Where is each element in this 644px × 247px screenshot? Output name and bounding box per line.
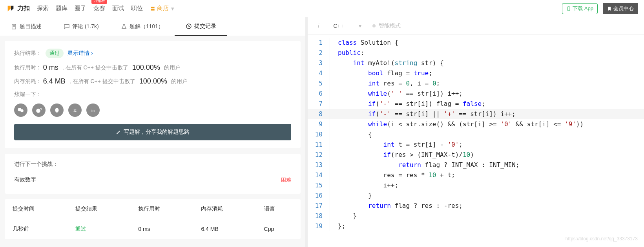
line-content: while(i < str.size() && (str[i] >= '0' &… — [330, 119, 644, 129]
line-number: 18 — [308, 211, 330, 221]
mem-mid: , 在所有 C++ 提交中击败了 — [69, 78, 135, 85]
col-time: 提交时间 — [5, 199, 68, 219]
challenge-name: 有效数字 — [14, 176, 36, 183]
chevron-down-icon: ▾ — [359, 23, 361, 29]
line-number: 10 — [308, 129, 330, 140]
pass-pill: 通过 — [46, 49, 64, 58]
nav-problems[interactable]: 题库 — [56, 5, 68, 12]
content-scroll[interactable]: 执行结果： 通过 显示详情 › 执行用时 : 0 ms , 在所有 C++ 提交… — [0, 36, 305, 247]
code-line[interactable]: 7 if('-' == str[i]) flag = false; — [308, 99, 644, 109]
col-mem: 内存消耗 — [193, 199, 256, 219]
nav-contest-label: 竞赛 — [93, 5, 105, 11]
code-editor[interactable]: 1class Solution {2public:3 int myAtoi(st… — [308, 35, 644, 247]
show-detail-link[interactable]: 显示详情 › — [68, 50, 93, 57]
line-number: 5 — [308, 78, 330, 89]
wechat-share-button[interactable] — [14, 104, 27, 117]
linkedin-icon: in — [89, 107, 97, 114]
download-label: 下载 App — [573, 5, 593, 12]
linkedin-share-button[interactable]: in — [86, 104, 100, 117]
smart-mode-toggle[interactable]: 智能模式 — [372, 22, 401, 29]
code-line[interactable]: 16 } — [308, 191, 644, 201]
line-content: if(res > (INT_MAX-t)/10) — [330, 150, 644, 160]
pen-icon — [116, 129, 121, 135]
code-line[interactable]: 8 if('-' == str[i] || '+' == str[i]) i++… — [308, 109, 644, 119]
line-number: 11 — [308, 140, 330, 150]
code-line[interactable]: 13 return flag ? INT_MAX : INT_MIN; — [308, 160, 644, 170]
member-button[interactable]: 会员中心 — [603, 3, 638, 14]
line-number: 12 — [308, 150, 330, 160]
code-line[interactable]: 3 int myAtoi(string str) { — [308, 58, 644, 68]
code-line[interactable]: 14 res = res * 10 + t; — [308, 170, 644, 180]
line-number: 8 — [308, 109, 330, 119]
watermark: https://blog.csdn.net/qq_33373173 — [566, 234, 638, 244]
share-row: 豆 in — [14, 104, 291, 117]
code-line[interactable]: 5 int res = 0, i = 0; — [308, 78, 644, 89]
doc-icon — [11, 24, 17, 30]
code-line[interactable]: 1class Solution { — [308, 38, 644, 48]
qq-icon — [53, 107, 60, 114]
mem-pct: 100.00% — [139, 77, 167, 85]
line-number: 19 — [308, 221, 330, 231]
qq-share-button[interactable] — [50, 104, 64, 117]
code-line[interactable]: 17 return flag ? res : -res; — [308, 201, 644, 211]
line-number: 17 — [308, 201, 330, 211]
nav-store[interactable]: 商店 ▾ — [150, 5, 174, 12]
svg-text:in: in — [91, 109, 95, 113]
code-line[interactable]: 15 i++; — [308, 180, 644, 191]
code-line[interactable]: 9 while(i < str.size() && (str[i] >= '0'… — [308, 119, 644, 129]
top-nav: 力扣 探索 题库 圈子 力扣杯 竞赛 面试 职位 商店 ▾ 下载 App 会员中… — [0, 0, 644, 17]
code-line[interactable]: 11 int t = str[i] - '0'; — [308, 140, 644, 150]
douban-share-button[interactable]: 豆 — [68, 104, 82, 117]
line-number: 13 — [308, 160, 330, 170]
mem-suf: 的用户 — [171, 78, 188, 85]
line-content: return flag ? res : -res; — [330, 201, 644, 211]
cell-exec: 0 ms — [130, 219, 193, 239]
info-icon: i — [318, 23, 319, 29]
cup-badge: 力扣杯 — [91, 0, 107, 4]
download-app-button[interactable]: 下载 App — [562, 3, 598, 14]
svg-point-8 — [55, 108, 59, 113]
tab-comments[interactable]: 评论 (1.7k) — [53, 17, 110, 36]
language-label: C++ — [333, 23, 343, 29]
write-solution-button[interactable]: 写题解，分享我的解题思路 — [14, 124, 291, 140]
nav-explore[interactable]: 探索 — [37, 5, 49, 12]
svg-point-7 — [36, 109, 40, 113]
logo[interactable]: 力扣 — [6, 4, 30, 13]
col-result: 提交结果 — [68, 199, 130, 219]
nav-contest[interactable]: 力扣杯 竞赛 — [93, 5, 105, 12]
table-row[interactable]: 几秒前 通过 0 ms 6.4 MB Cpp — [5, 219, 301, 239]
line-content: { — [330, 129, 644, 140]
tab-submissions[interactable]: 提交记录 — [175, 17, 227, 36]
tabs: 题目描述 评论 (1.7k) 题解（1101） 提交记录 — [0, 17, 305, 36]
line-number: 4 — [308, 68, 330, 78]
language-select[interactable]: i C++ ▾ — [315, 21, 365, 31]
line-content: i++; — [330, 180, 644, 191]
store-icon — [150, 6, 155, 11]
col-exec: 执行用时 — [130, 199, 193, 219]
nav-jobs[interactable]: 职位 — [131, 5, 143, 12]
challenge-item[interactable]: 有效数字 困难 — [14, 173, 291, 187]
line-number: 6 — [308, 89, 330, 99]
weibo-share-button[interactable] — [32, 104, 46, 117]
code-line[interactable]: 2public: — [308, 48, 644, 58]
nav-circle[interactable]: 圈子 — [75, 5, 86, 12]
editor-toolbar: i C++ ▾ 智能模式 — [308, 17, 644, 35]
code-line[interactable]: 10 { — [308, 129, 644, 140]
result-pass-link[interactable]: 通过 — [75, 225, 86, 232]
line-content: if('-' == str[i] || '+' == str[i]) i++; — [330, 109, 644, 119]
svg-rect-0 — [567, 7, 570, 11]
history-icon — [186, 23, 192, 29]
code-line[interactable]: 19}; — [308, 221, 644, 231]
tab-solutions[interactable]: 题解（1101） — [110, 17, 175, 36]
code-line[interactable]: 12 if(res > (INT_MAX-t)/10) — [308, 150, 644, 160]
nav-interview[interactable]: 面试 — [112, 5, 124, 12]
time-label: 执行用时 : — [14, 64, 39, 71]
code-line[interactable]: 6 while(' ' == str[i]) i++; — [308, 89, 644, 99]
line-content: public: — [330, 48, 644, 58]
cell-time: 几秒前 — [5, 219, 68, 239]
caret-down-icon: ▾ — [171, 5, 174, 12]
code-line[interactable]: 18 } — [308, 211, 644, 221]
tab-description[interactable]: 题目描述 — [0, 17, 53, 36]
bookmark-icon — [607, 6, 612, 11]
code-line[interactable]: 4 bool flag = true; — [308, 68, 644, 78]
